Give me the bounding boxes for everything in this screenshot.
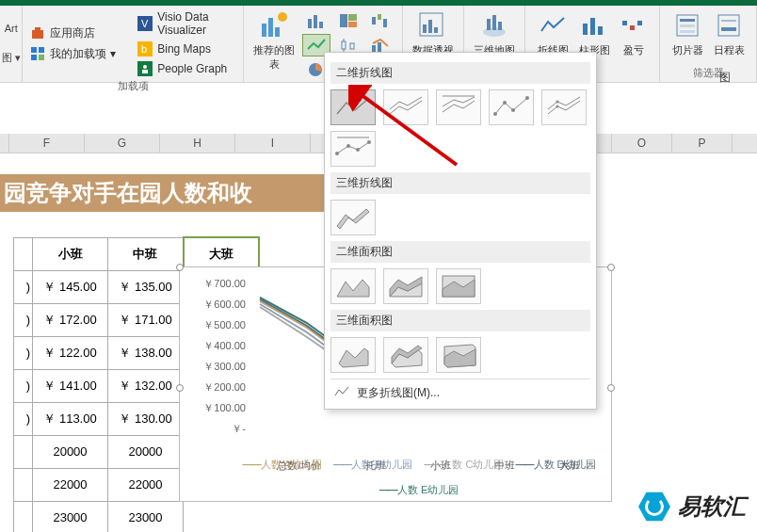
cell[interactable]: ￥ 113.00	[33, 402, 108, 435]
table-header[interactable]: 大班	[184, 237, 259, 270]
resize-handle[interactable]	[176, 264, 184, 271]
svg-rect-17	[308, 19, 312, 28]
resize-handle[interactable]	[176, 384, 184, 392]
cell[interactable]	[14, 501, 33, 532]
cell[interactable]: ￥ 135.00	[108, 270, 184, 303]
chart-option-stacked-line[interactable]	[383, 89, 428, 125]
slicer-button[interactable]: 切片器	[668, 9, 707, 64]
cell[interactable]: 22000	[33, 468, 108, 501]
chart-option-100-stacked-area[interactable]	[436, 268, 481, 304]
chart-option-3d-line[interactable]	[330, 200, 376, 235]
resize-handle[interactable]	[607, 264, 615, 271]
table-header[interactable]: 小班	[33, 237, 108, 270]
cell[interactable]: 20000	[108, 435, 184, 468]
cell[interactable]: 23000	[33, 501, 108, 532]
svg-rect-56	[718, 15, 739, 36]
svg-rect-57	[721, 27, 736, 31]
col-header[interactable]: H	[160, 134, 235, 153]
cell[interactable]: 23000	[108, 501, 184, 532]
legend-item: 人数 A幼儿园	[242, 458, 321, 472]
ytick: ￥300.00	[199, 360, 246, 380]
cell[interactable]: )	[14, 303, 33, 336]
sparkline-winloss-label: 盈亏	[623, 43, 644, 57]
chart-option-stacked-line-markers[interactable]	[541, 89, 587, 125]
insert-waterfall-chart-button[interactable]	[366, 9, 395, 32]
svg-point-67	[335, 152, 339, 155]
my-addins-button[interactable]: 我的加载项 ▾	[30, 45, 128, 63]
cell[interactable]: ￥ 171.00	[108, 303, 184, 336]
col-header[interactable]: I	[235, 134, 311, 153]
svg-rect-26	[342, 41, 346, 49]
cell[interactable]: )	[14, 402, 33, 435]
cell[interactable]: ￥ 122.00	[33, 336, 108, 369]
timeline-label: 日程表	[714, 43, 745, 57]
svg-rect-49	[622, 21, 627, 25]
people-graph-button[interactable]: People Graph	[137, 60, 235, 77]
cell[interactable]	[184, 501, 259, 532]
svg-rect-45	[498, 22, 502, 30]
visio-icon: V	[137, 16, 153, 31]
watermark: 易软汇	[638, 491, 746, 523]
chart-option-3d-100-stacked-area[interactable]	[436, 337, 481, 373]
chart-option-100-stacked-line-markers[interactable]	[330, 131, 376, 167]
sparkline-winloss-button[interactable]: 盈亏	[616, 9, 652, 80]
svg-rect-15	[275, 27, 280, 37]
svg-rect-18	[314, 15, 317, 28]
ribbon-partial-left: Art 图 ▾	[0, 6, 23, 82]
visio-addin-button[interactable]: V Visio Data Visualizer	[137, 9, 235, 38]
ribbon-left-label2[interactable]: 图 ▾	[2, 51, 21, 65]
svg-rect-13	[262, 24, 266, 37]
bing-maps-button[interactable]: b Bing Maps	[137, 40, 235, 57]
svg-point-64	[556, 105, 559, 108]
table-header-cut[interactable]	[14, 237, 33, 270]
svg-point-68	[346, 144, 350, 148]
app-store-button[interactable]: 应用商店	[30, 24, 128, 42]
svg-rect-53	[680, 19, 695, 22]
chart-option-line[interactable]	[330, 89, 376, 125]
svg-rect-54	[680, 24, 695, 27]
cell[interactable]: ￥ 141.00	[33, 369, 108, 402]
cell[interactable]	[14, 435, 33, 468]
chart-option-line-markers[interactable]	[489, 89, 534, 125]
ribbon-group-filters: 切片器 日程表 筛选器	[660, 6, 757, 82]
more-line-charts-button[interactable]: 更多折线图(M)...	[330, 379, 590, 407]
svg-point-62	[511, 108, 515, 112]
cell[interactable]	[14, 468, 33, 501]
cell[interactable]: 20000	[33, 435, 108, 468]
svg-rect-25	[383, 19, 387, 27]
addins-group-label: 加载项	[30, 77, 235, 93]
col-header[interactable]: G	[85, 134, 160, 153]
col-header[interactable]: P	[672, 134, 733, 153]
dd-section-2d-area: 二维面积图	[330, 241, 590, 263]
cell[interactable]: ￥ 172.00	[33, 303, 108, 336]
more-charts-label: 更多折线图(M)...	[357, 385, 440, 401]
cell[interactable]: )	[14, 270, 33, 303]
svg-rect-43	[487, 19, 491, 30]
chart-option-stacked-area[interactable]	[383, 268, 428, 304]
cell[interactable]: ￥ 132.00	[108, 369, 184, 402]
chart-option-3d-area[interactable]	[330, 337, 376, 373]
more-charts-icon	[334, 385, 349, 401]
3d-map-button[interactable]: 三维地图	[472, 9, 517, 57]
cell[interactable]: 22000	[108, 468, 184, 501]
col-header[interactable]: F	[9, 134, 85, 153]
chart-option-3d-stacked-area[interactable]	[383, 337, 428, 373]
recommended-charts-button[interactable]: 推荐的图表	[251, 9, 297, 72]
dd-section-2d-line: 二维折线图	[330, 62, 590, 84]
table-header[interactable]: 中班	[108, 237, 184, 270]
insert-hierarchy-chart-button[interactable]	[334, 9, 362, 32]
timeline-button[interactable]: 日程表	[709, 9, 749, 64]
cell[interactable]: )	[14, 336, 33, 369]
col-header[interactable]: O	[612, 134, 672, 153]
sparkline-line-icon	[537, 9, 569, 41]
cell[interactable]: ￥ 138.00	[108, 336, 184, 369]
cell[interactable]: ￥ 145.00	[33, 270, 108, 303]
cell[interactable]: )	[14, 369, 33, 402]
insert-column-chart-button[interactable]	[302, 9, 330, 32]
resize-handle[interactable]	[607, 384, 615, 392]
chart-option-area[interactable]	[330, 268, 376, 304]
svg-rect-5	[39, 55, 44, 60]
chart-option-100-stacked-line[interactable]	[436, 89, 481, 125]
cell[interactable]: ￥ 130.00	[108, 402, 184, 435]
pivot-chart-icon	[417, 9, 449, 41]
